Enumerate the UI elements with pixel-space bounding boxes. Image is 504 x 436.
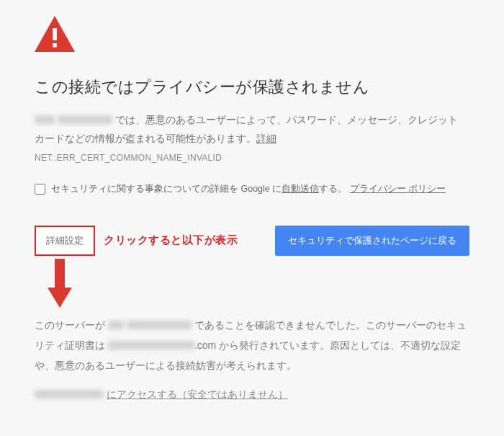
proceed-link-row: にアクセスする（安全ではありません） (35, 388, 469, 401)
svg-marker-4 (48, 288, 72, 308)
details-text: このサーバーが であることを確認できませんでした。このサーバーのセキュリティ証明… (35, 315, 469, 375)
privacy-policy-link[interactable]: プライバシー ポリシー (350, 184, 446, 194)
down-arrow-icon (48, 259, 72, 308)
button-row: 詳細設定 クリックすると以下が表示 セキュリティで保護されたページに戻る (35, 226, 469, 256)
page-title: この接続ではプライバシーが保護されません (35, 76, 469, 98)
auto-send-link[interactable]: 自動送信 (282, 184, 319, 194)
redacted-domain (108, 321, 124, 329)
annotation-label: クリックすると以下が表示 (104, 233, 238, 247)
error-code: NET::ERR_CERT_COMMON_NAME_INVALID (35, 153, 469, 163)
ssl-warning-page: この接続ではプライバシーが保護されません では、悪意のあるユーザーによって、パス… (0, 0, 504, 416)
redacted-domain (127, 321, 192, 329)
svg-rect-2 (53, 43, 57, 48)
proceed-unsafe-link[interactable]: にアクセスする（安全ではありません） (107, 389, 288, 400)
svg-rect-3 (55, 259, 65, 289)
svg-rect-1 (53, 28, 57, 40)
optin-checkbox[interactable] (35, 184, 45, 195)
warning-triangle-icon (35, 16, 75, 52)
learn-more-link[interactable]: 詳細 (256, 133, 276, 144)
advanced-button[interactable]: 詳細設定 (35, 226, 95, 256)
redacted-domain (35, 115, 55, 124)
redacted-domain (58, 115, 112, 124)
redacted-domain (35, 390, 104, 399)
warning-description: では、悪意のあるユーザーによって、パスワード、メッセージ、クレジット カードなど… (35, 111, 469, 148)
optin-row: セキュリティに関する事象についての詳細を Google に自動送信する。 プライ… (35, 183, 469, 195)
redacted-issuer (108, 341, 194, 350)
back-to-safety-button[interactable]: セキュリティで保護されたページに戻る (275, 226, 469, 256)
